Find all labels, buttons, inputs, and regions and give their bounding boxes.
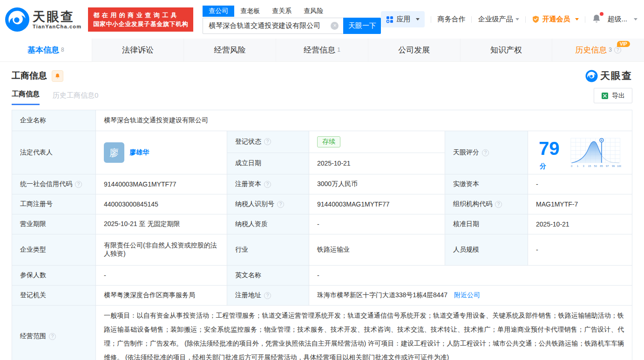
avatar[interactable]: 廖 (104, 142, 124, 163)
score-value: 79 (539, 138, 560, 159)
svg-text:100: 100 (617, 165, 621, 167)
brand-domain: TianYanCha.com (33, 24, 81, 29)
apps-label: 应用 (396, 15, 410, 24)
field-label: 注册地址 (227, 286, 309, 306)
help-icon[interactable] (482, 149, 489, 156)
table-row: 登记机关 横琴粤澳深度合作区商事服务局 注册地址 珠海市横琴新区十字门大道338… (12, 286, 632, 306)
help-icon[interactable] (495, 201, 502, 208)
tianyancha-watermark: 天眼查 (585, 69, 632, 82)
score-distribution-chart: 0 1 3 15 50 85 97 99 100 (570, 136, 621, 169)
clear-icon[interactable] (331, 22, 339, 30)
subtab-history-business-info[interactable]: 历史工商信息0 (53, 91, 98, 105)
tianyancha-logo[interactable]: 天眼查 TianYanCha.com (5, 7, 81, 32)
eye-icon (585, 70, 598, 82)
table-row: 参保人数 - 英文名称 - (12, 266, 632, 286)
english-name-value: - (309, 266, 632, 286)
search-area: 查公司 查老板 查关系 查风险 天眼一下 (203, 5, 381, 34)
divider (585, 16, 585, 23)
search-tab-boss[interactable]: 查老板 (234, 6, 266, 17)
subscribe-bell-icon[interactable] (52, 70, 63, 82)
field-label: 组织机构代码 (445, 194, 528, 214)
table-row: 营业期限 2025-10-21 至 无固定期限 纳税人资质 - 核准日期 202… (12, 214, 632, 234)
subtab-business-info[interactable]: 工商信息 (12, 90, 40, 105)
tyc-score[interactable]: 79分 (536, 134, 624, 171)
reg-authority-value: 横琴粤澳深度合作区商事服务局 (96, 286, 227, 306)
nearby-companies-link[interactable]: 附近公司 (454, 291, 480, 299)
table-row: 企业类型 有限责任公司(非自然人投资或控股的法人独资) 行业 铁路运输业 人员规… (12, 234, 632, 266)
notification-bell-icon[interactable] (591, 13, 602, 25)
field-label: 登记机关 (12, 286, 96, 306)
question-icon[interactable] (614, 47, 621, 53)
table-row: 经营范围 一般项目：以自有资金从事投资活动；工程管理服务；轨道交通运营管理系统开… (12, 306, 632, 360)
brand-name: 天眼查 (33, 10, 81, 24)
table-row: 法定代表人 廖 廖雄华 登记状态 存续 天眼评分 79分 (12, 131, 632, 153)
tab-basic-info[interactable]: 基本信息 8 (0, 39, 92, 61)
tab-company-development[interactable]: 公司发展 (368, 39, 461, 61)
business-info-table: 企业名称 横琴深合轨道交通投资建设有限公司 法定代表人 廖 廖雄华 登记状态 存… (12, 110, 632, 360)
search-input[interactable] (203, 18, 343, 34)
search-tab-company[interactable]: 查公司 (203, 6, 234, 17)
tab-operating-risk[interactable]: 经营风险 (184, 39, 276, 61)
tab-history-info[interactable]: 历史信息 3 VIP (552, 39, 644, 61)
vip-tag: VIP (617, 41, 630, 47)
search-tab-risk[interactable]: 查风险 (298, 6, 329, 17)
field-label: 注册资本 (227, 174, 309, 194)
credit-code-value: 91440003MAG1MYTF77 (96, 174, 227, 194)
table-row: 企业名称 横琴深合轨道交通投资建设有限公司 (12, 110, 632, 131)
business-term-value: 2025-10-21 至 无固定期限 (96, 214, 227, 234)
tab-legal-lawsuit[interactable]: 法律诉讼 (92, 39, 184, 61)
super-vip-link[interactable]: 超级... (607, 15, 637, 24)
company-name-value: 横琴深合轨道交通投资建设有限公司 (96, 110, 632, 131)
divider (471, 16, 472, 23)
svg-text:85: 85 (600, 165, 603, 167)
tab-operating-info[interactable]: 经营信息 1 (276, 39, 368, 61)
help-icon[interactable] (264, 292, 271, 299)
legal-rep-link[interactable]: 廖雄华 (129, 148, 149, 157)
svg-text:99: 99 (612, 165, 615, 167)
help-icon[interactable] (264, 181, 271, 188)
business-cooperation-link[interactable]: 商务合作 (437, 15, 465, 24)
divider (431, 16, 431, 23)
svg-text:97: 97 (606, 165, 609, 167)
tab-count: 3 (609, 47, 612, 53)
staff-size-value: - (528, 234, 632, 266)
taxpayer-quality-value: - (309, 214, 445, 234)
reg-capital-value: 3000万人民币 (309, 174, 445, 194)
field-label: 经营范围 (12, 306, 96, 360)
chevron-down-icon (515, 18, 519, 20)
establish-date-value: 2025-10-21 (309, 153, 445, 174)
export-button[interactable]: 导出 (594, 88, 632, 103)
chevron-down-icon (416, 18, 420, 20)
field-label: 登记状态 (227, 131, 309, 153)
help-icon[interactable] (264, 138, 271, 145)
notification-dot (600, 12, 603, 16)
top-header: 天眼查 TianYanCha.com 都在用的商业查询工具 国家中小企业发展子基… (0, 0, 644, 39)
field-label: 纳税人资质 (227, 214, 309, 234)
search-button[interactable]: 天眼一下 (343, 18, 381, 34)
enterprise-product-link[interactable]: 企业级产品 (478, 15, 519, 24)
insured-count-value: - (96, 266, 227, 286)
field-label: 法定代表人 (12, 131, 96, 174)
field-label: 企业类型 (12, 234, 96, 266)
field-label: 英文名称 (227, 266, 309, 286)
apps-menu[interactable]: 应用 (381, 11, 425, 27)
field-label: 企业名称 (12, 110, 96, 131)
svg-text:1: 1 (576, 165, 578, 167)
chevron-down-icon (575, 18, 579, 20)
business-scope-value: 一般项目：以自有资金从事投资活动；工程管理服务；轨道交通运营管理系统开发；轨道交… (96, 306, 632, 360)
help-icon[interactable] (49, 333, 56, 340)
field-label: 天眼评分 (445, 131, 528, 174)
tab-count: 1 (337, 47, 340, 53)
tab-intellectual-property[interactable]: 知识产权 (461, 39, 553, 61)
field-label: 行业 (227, 234, 309, 266)
open-vip-link[interactable]: 开通会员 (532, 15, 579, 24)
chevron-down-icon (634, 18, 637, 20)
help-icon[interactable] (75, 181, 82, 188)
table-row: 工商注册号 440003000845145 纳税人识别号 91440003MAG… (12, 194, 632, 214)
help-icon[interactable] (277, 201, 284, 208)
approval-date-value: 2025-10-21 (528, 214, 632, 234)
field-label: 工商注册号 (12, 194, 96, 214)
search-tab-relation[interactable]: 查关系 (266, 6, 298, 17)
svg-text:3: 3 (583, 165, 584, 167)
divider (525, 16, 526, 23)
